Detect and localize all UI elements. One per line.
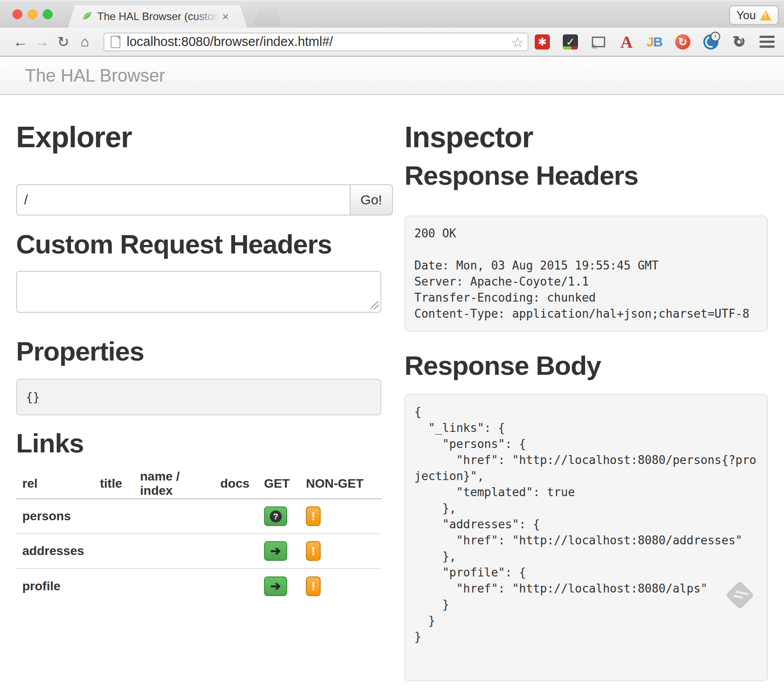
exclamation-icon: ! — [311, 544, 315, 558]
non-get-button[interactable]: ! — [306, 541, 321, 561]
exclamation-icon: ! — [311, 510, 315, 523]
blue-circle-icon[interactable] — [703, 34, 718, 50]
rel-label: persons — [16, 509, 94, 523]
tv-check-icon[interactable]: ✓ — [563, 34, 578, 50]
links-title: Links — [16, 429, 393, 458]
browser-toolbar: ← → ↻ ⌂ localhost:8080/browser/index.htm… — [0, 28, 784, 57]
exclamation-icon: ! — [311, 580, 315, 593]
chromecast-icon[interactable] — [591, 34, 606, 50]
bookmark-star-icon[interactable]: ☆ — [511, 34, 524, 51]
letter-a-icon[interactable]: A — [619, 34, 634, 50]
red-sync-icon[interactable]: ↻ — [675, 34, 690, 50]
main-content: Explorer Go! Custom Request Headers Prop… — [0, 95, 784, 681]
custom-request-headers-title: Custom Request Headers — [16, 230, 393, 259]
non-get-button[interactable]: ! — [306, 576, 321, 596]
browser-tab[interactable]: The HAL Browser (customi × — [68, 5, 247, 28]
col-non-get: NON-GET — [300, 477, 381, 491]
col-rel: rel — [16, 477, 94, 491]
tab-title-fade — [194, 10, 219, 23]
inspector-panel: Inspector Response Headers 200 OK Date: … — [404, 95, 768, 681]
extension-icons: ✱ ✓ A JB ↻ ↻ — [535, 34, 775, 50]
table-row-profile: profile ➔ ! — [16, 569, 381, 604]
arrow-right-icon: ➔ — [270, 580, 281, 593]
properties-value: {} — [16, 379, 381, 415]
inspector-title: Inspector — [404, 120, 768, 154]
close-window-button[interactable] — [12, 9, 22, 19]
question-sign-icon: ? — [270, 510, 282, 522]
navbar-brand[interactable]: The HAL Browser — [0, 66, 165, 86]
response-body-box: { "_links": { "persons": { "href": "http… — [404, 394, 768, 681]
sync-icon[interactable]: ↻ — [731, 34, 747, 50]
minimize-window-button[interactable] — [28, 9, 37, 19]
go-button[interactable]: Go! — [350, 184, 393, 216]
col-get: GET — [258, 477, 300, 491]
address-input-group: Go! — [16, 184, 393, 216]
profile-you-button[interactable]: You — [729, 5, 779, 25]
col-title: title — [94, 477, 134, 491]
lastpass-icon[interactable]: ✱ — [535, 34, 550, 50]
tab-title: The HAL Browser (customi — [97, 10, 219, 23]
jb-b: B — [653, 34, 663, 50]
col-name-index: name / index — [134, 469, 214, 498]
col-docs: docs — [214, 477, 258, 491]
explorer-panel: Explorer Go! Custom Request Headers Prop… — [16, 95, 393, 681]
table-row-persons: persons ? ! — [16, 499, 381, 534]
spring-leaf-favicon — [81, 11, 93, 22]
jetbrains-icon[interactable]: JB — [647, 34, 662, 50]
warning-icon — [760, 10, 772, 21]
properties-title: Properties — [16, 337, 393, 366]
response-headers-title: Response Headers — [404, 161, 768, 191]
response-body-title: Response Body — [404, 351, 768, 381]
arrow-right-icon: ➔ — [270, 545, 281, 557]
address-bar[interactable]: localhost:8080/browser/index.html#/ ☆ — [103, 33, 528, 51]
page-navbar: The HAL Browser — [0, 57, 784, 95]
response-headers-box: 200 OK Date: Mon, 03 Aug 2015 19:55:45 G… — [404, 216, 768, 332]
new-tab-button[interactable] — [252, 8, 282, 26]
links-table-header: rel title name / index docs GET NON-GET — [16, 469, 381, 499]
custom-headers-textarea[interactable] — [16, 271, 381, 313]
get-button[interactable]: ? — [264, 506, 287, 526]
profile-you-label: You — [736, 8, 756, 22]
resource-path-input[interactable] — [16, 184, 350, 216]
non-get-button[interactable]: ! — [306, 506, 321, 526]
home-icon[interactable]: ⌂ — [76, 33, 94, 50]
back-icon[interactable]: ← — [12, 33, 29, 50]
chromecast-arc — [592, 42, 598, 49]
forward-icon: → — [33, 33, 51, 50]
custom-headers-wrap — [16, 259, 381, 315]
zoom-window-button[interactable] — [43, 9, 53, 19]
rel-label: addresses — [16, 544, 94, 558]
page-icon[interactable] — [111, 36, 120, 48]
explorer-title: Explorer — [16, 120, 393, 154]
get-button[interactable]: ➔ — [264, 576, 287, 596]
rel-label: profile — [16, 579, 94, 593]
reload-icon[interactable]: ↻ — [54, 33, 72, 50]
tab-close-icon[interactable]: × — [222, 11, 229, 22]
url-text[interactable]: localhost:8080/browser/index.html#/ — [127, 34, 333, 49]
menu-icon[interactable] — [759, 34, 775, 50]
get-button[interactable]: ➔ — [264, 541, 287, 561]
table-row-addresses: addresses ➔ ! — [16, 534, 381, 569]
window-controls — [12, 9, 53, 19]
links-table: rel title name / index docs GET NON-GET … — [16, 469, 381, 604]
browser-tab-bar: The HAL Browser (customi × You — [0, 0, 784, 28]
